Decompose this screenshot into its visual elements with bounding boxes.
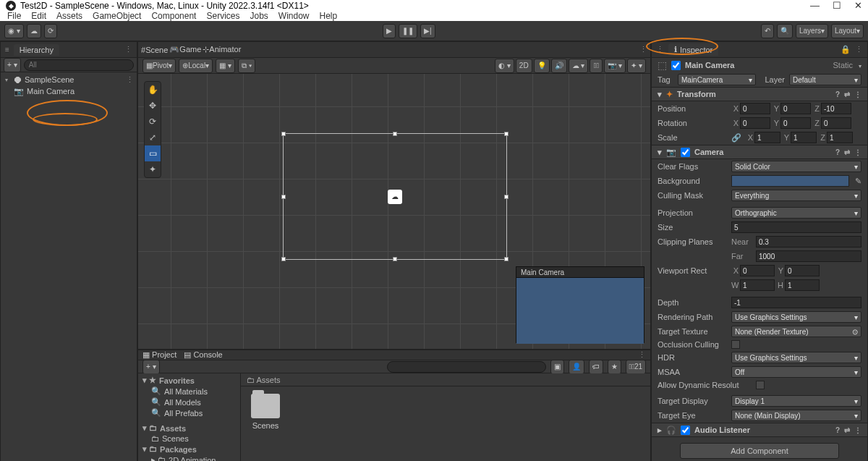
menu-icon[interactable]: ⋮ — [854, 426, 861, 434]
lock-icon[interactable]: 🔒 — [841, 45, 851, 54]
depth-field[interactable] — [731, 297, 861, 308]
assets-grid[interactable]: Scenes — [241, 386, 650, 461]
preset-icon[interactable]: ⇄ — [844, 148, 850, 156]
menu-services[interactable]: Services — [206, 11, 239, 21]
menu-help[interactable]: Help — [320, 11, 338, 21]
pos-x[interactable] — [740, 103, 770, 114]
camera-settings[interactable]: 📷 ▾ — [604, 59, 626, 73]
vp-w[interactable] — [740, 279, 775, 291]
save-filter-icon[interactable]: ★ — [608, 360, 621, 374]
create-dropdown[interactable]: + ▾ — [4, 58, 21, 72]
target-texture-field[interactable]: None (Render Texture)⊙ — [731, 326, 861, 337]
scene-row[interactable]: ▾ ⯃ SampleScene ⋮ — [4, 74, 134, 85]
move-tool[interactable]: ✥ — [145, 98, 161, 114]
close-button[interactable]: ✕ — [854, 0, 862, 11]
panel-menu-icon[interactable]: ⋮ — [124, 45, 132, 54]
menu-gameobject[interactable]: GameObject — [93, 11, 141, 21]
near-field[interactable] — [756, 236, 861, 248]
draw-mode[interactable]: ◐ ▾ — [495, 59, 514, 73]
tool-handle-pivot[interactable]: ▦ Pivot ▾ — [142, 59, 176, 73]
step-button[interactable]: ▶| — [420, 24, 435, 38]
culling-mask-dropdown[interactable]: Everything▾ — [731, 190, 861, 201]
hdr-dropdown[interactable]: Use Graphics Settings▾ — [731, 352, 861, 363]
tab-project[interactable]: ▦ Project — [142, 350, 176, 360]
layers-dropdown[interactable]: Layers ▾ — [796, 24, 828, 38]
project-create[interactable]: + ▾ — [142, 360, 160, 374]
rotate-tool[interactable]: ⟳ — [145, 114, 161, 130]
gameobject-name[interactable]: Main Camera — [685, 61, 828, 69]
preset-icon[interactable]: ⇄ — [844, 90, 850, 98]
layout-dropdown[interactable]: Layout ▾ — [831, 24, 864, 38]
camera-enabled[interactable] — [681, 148, 690, 157]
play-button[interactable]: ▶ — [383, 24, 396, 38]
assets-header[interactable]: ▾ 🗀 Assets — [141, 423, 237, 433]
tab-scene[interactable]: #Scene — [141, 46, 168, 54]
hierarchy-item-main-camera[interactable]: 📷 Main Camera — [4, 85, 134, 97]
static-dropdown[interactable] — [857, 61, 861, 69]
scl-x[interactable] — [754, 132, 780, 143]
background-color[interactable] — [731, 175, 849, 187]
help-icon[interactable]: ? — [835, 90, 840, 98]
size-field[interactable] — [731, 221, 861, 233]
menu-component[interactable]: Component — [151, 11, 196, 21]
vp-h[interactable] — [785, 279, 820, 291]
maximize-button[interactable]: ☐ — [833, 0, 841, 11]
inspector-tab[interactable]: ℹ Inspector — [668, 43, 718, 56]
rect-tool[interactable]: ▭ — [145, 145, 161, 161]
help-icon[interactable]: ? — [835, 148, 840, 156]
tag-dropdown[interactable]: MainCamera▾ — [678, 74, 756, 85]
filter-type-icon[interactable]: 👤 — [569, 360, 584, 374]
snap-toggle[interactable]: ⧉ ▾ — [238, 59, 255, 73]
fav-all-models[interactable]: 🔍 All Models — [141, 397, 237, 407]
rot-y[interactable] — [780, 117, 811, 129]
project-search[interactable] — [387, 361, 546, 373]
pos-z[interactable] — [821, 103, 851, 114]
account-button[interactable]: ◉ ▾ — [4, 24, 24, 38]
assets-scenes[interactable]: 🗀 Scenes — [141, 433, 237, 444]
menu-window[interactable]: Window — [278, 11, 310, 21]
allow-dynamic-checkbox[interactable] — [756, 381, 765, 389]
menu-jobs[interactable]: Jobs — [250, 11, 268, 21]
panel-menu-icon[interactable]: ⋮ — [638, 350, 646, 360]
layer-dropdown[interactable]: Default▾ — [789, 74, 861, 85]
menu-file[interactable]: File — [7, 11, 21, 21]
pos-y[interactable] — [780, 103, 811, 114]
menu-icon[interactable]: ⋮ — [854, 148, 861, 156]
cloud-button[interactable]: ☁ — [27, 24, 41, 38]
tab-game[interactable]: 🎮Game — [169, 45, 201, 54]
eyedropper-icon[interactable]: ✎ — [855, 177, 861, 186]
version-control-button[interactable]: ⟳ — [44, 24, 57, 38]
hidden-toggle[interactable]: 👁̸ — [590, 59, 603, 73]
scale-tool[interactable]: ⤢ — [145, 130, 161, 145]
vp-x[interactable] — [740, 265, 775, 276]
hierarchy-tab[interactable]: Hierarchy — [14, 44, 59, 56]
audio-listener-enabled[interactable] — [681, 426, 690, 435]
transform-tool[interactable]: ✦ — [145, 161, 161, 177]
gizmos-toggle[interactable]: ✦ ▾ — [627, 59, 646, 73]
search-filter[interactable]: ▣ — [550, 360, 564, 374]
hierarchy-search[interactable] — [24, 59, 134, 71]
2d-toggle[interactable]: 2D — [516, 59, 532, 73]
rot-z[interactable] — [821, 117, 851, 129]
camera-gizmo-icon[interactable]: ☁ — [388, 190, 402, 204]
projection-dropdown[interactable]: Orthographic▾ — [731, 207, 861, 219]
camera-header[interactable]: ▾📷 Camera ?⇄⋮ — [652, 145, 867, 159]
tool-handle-local[interactable]: ⊕ Local ▾ — [179, 59, 213, 73]
rot-x[interactable] — [740, 117, 770, 129]
fav-all-materials[interactable]: 🔍 All Materials — [141, 386, 237, 397]
fav-all-prefabs[interactable]: 🔍 All Prefabs — [141, 407, 237, 418]
pause-button[interactable]: ❚❚ — [399, 24, 417, 38]
target-eye-dropdown[interactable]: None (Main Display)▾ — [731, 410, 861, 421]
breadcrumb[interactable]: 🗀 Assets — [247, 376, 280, 384]
clear-flags-dropdown[interactable]: Solid Color▾ — [731, 161, 861, 172]
audio-toggle[interactable]: 🔊 — [551, 59, 567, 73]
fx-toggle[interactable]: ☁ ▾ — [569, 59, 589, 73]
menu-assets[interactable]: Assets — [56, 11, 82, 21]
minimize-button[interactable]: — — [810, 0, 820, 11]
folder-scenes[interactable]: Scenes — [248, 394, 283, 430]
gameobject-enabled[interactable] — [671, 61, 681, 70]
scl-z[interactable] — [827, 132, 853, 143]
transform-header[interactable]: ▾✦ Transform ?⇄⋮ — [652, 87, 867, 101]
audio-listener-header[interactable]: ▸🎧 Audio Listener ?⇄⋮ — [652, 423, 867, 437]
panel-menu-icon[interactable]: ⋮ — [639, 45, 647, 54]
